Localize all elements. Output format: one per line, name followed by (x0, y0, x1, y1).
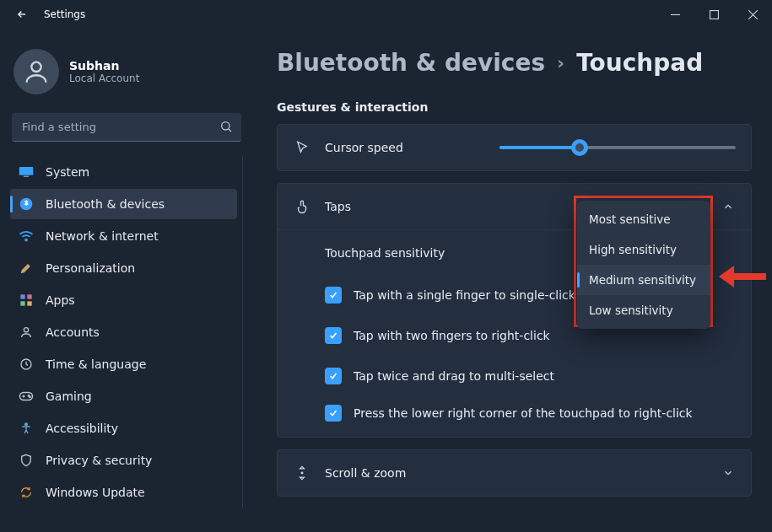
update-icon (19, 485, 34, 500)
shield-icon (19, 453, 34, 468)
breadcrumb: Bluetooth & devices › Touchpad (277, 49, 752, 77)
sensitivity-dropdown[interactable]: Most sensitive High sensitivity Medium s… (577, 201, 710, 329)
checkbox-checked-icon[interactable] (325, 405, 342, 422)
row-label: Scroll & zoom (325, 466, 406, 480)
search-icon (219, 120, 233, 133)
row-label: Touchpad sensitivity (325, 246, 445, 260)
option-label: Press the lower right corner of the touc… (354, 406, 693, 420)
search-input[interactable] (12, 113, 241, 142)
clock-icon (19, 357, 34, 372)
sidebar-item-label: Network & internet (46, 229, 159, 243)
svg-point-2 (222, 122, 229, 130)
nav-list: System Bluetooth & devices Network & int… (10, 157, 243, 508)
avatar (13, 49, 59, 94)
tap-option-row[interactable]: Tap twice and drag to multi-select (278, 356, 751, 396)
sidebar-item-privacy[interactable]: Privacy & security (10, 445, 237, 476)
bluetooth-icon (19, 196, 34, 212)
option-label: Tap with a single finger to single-click (354, 288, 575, 302)
sidebar-item-system[interactable]: System (10, 157, 237, 187)
sidebar-item-label: Gaming (46, 390, 92, 403)
sidebar-item-accounts[interactable]: Accounts (10, 317, 237, 347)
sidebar-item-update[interactable]: Windows Update (10, 477, 237, 508)
svg-point-17 (301, 472, 303, 474)
accessibility-icon (19, 421, 34, 436)
apps-icon (19, 293, 34, 308)
sidebar-item-label: Privacy & security (46, 454, 152, 467)
sidebar-item-gaming[interactable]: Gaming (10, 381, 237, 411)
profile-name: Subhan (69, 59, 139, 73)
maximize-button[interactable] (694, 0, 733, 29)
cursor-icon (293, 140, 311, 155)
sidebar-item-label: Bluetooth & devices (46, 197, 165, 211)
sidebar-item-label: Apps (46, 293, 75, 307)
section-heading: Gestures & interaction (277, 100, 752, 114)
sidebar-item-label: Accounts (46, 325, 100, 339)
chevron-down-icon (721, 465, 736, 481)
back-button[interactable] (13, 6, 30, 23)
slider-thumb[interactable] (571, 139, 588, 156)
checkbox-checked-icon[interactable] (325, 327, 342, 344)
sidebar-item-label: Time & language (46, 357, 146, 371)
svg-point-16 (25, 423, 28, 426)
minimize-button[interactable] (656, 0, 694, 29)
dropdown-option-selected[interactable]: Medium sensitivity (577, 265, 710, 295)
profile-sub: Local Account (69, 73, 139, 84)
chevron-up-icon (721, 199, 736, 214)
gaming-icon (19, 389, 34, 404)
sidebar-item-personalization[interactable]: Personalization (10, 253, 237, 283)
cursor-speed-slider[interactable] (499, 146, 736, 149)
checkbox-checked-icon[interactable] (325, 368, 342, 384)
sidebar-item-time[interactable]: Time & language (10, 349, 237, 379)
tap-option-row[interactable]: Press the lower right corner of the touc… (278, 396, 751, 437)
cursor-speed-row: Cursor speed (278, 125, 751, 170)
row-label: Taps (325, 200, 351, 213)
wifi-icon (19, 228, 34, 244)
tap-icon (293, 199, 311, 214)
search-box[interactable] (12, 113, 241, 142)
svg-rect-8 (27, 294, 31, 298)
sidebar-item-network[interactable]: Network & internet (10, 221, 237, 251)
svg-point-6 (25, 239, 27, 240)
sidebar-item-label: System (46, 165, 89, 179)
row-label: Cursor speed (325, 141, 403, 154)
sidebar-item-label: Personalization (46, 261, 135, 275)
sidebar-item-label: Accessibility (46, 422, 118, 435)
chevron-right-icon: › (557, 52, 564, 73)
option-label: Tap twice and drag to multi-select (354, 369, 554, 383)
close-button[interactable] (733, 0, 772, 29)
scroll-zoom-row[interactable]: Scroll & zoom (278, 450, 751, 496)
checkbox-checked-icon[interactable] (325, 287, 342, 304)
sidebar-item-apps[interactable]: Apps (10, 285, 237, 315)
sidebar-item-label: Windows Update (46, 486, 145, 499)
brush-icon (19, 261, 34, 276)
svg-rect-3 (19, 167, 34, 175)
scroll-zoom-card: Scroll & zoom (277, 449, 752, 497)
profile-block[interactable]: Subhan Local Account (10, 44, 243, 113)
option-label: Tap with two fingers to right-click (354, 329, 550, 342)
dropdown-option[interactable]: Low sensitivity (577, 295, 710, 325)
sidebar: Subhan Local Account System Bluetooth & … (0, 29, 253, 532)
svg-rect-10 (27, 301, 31, 305)
window-title: Settings (44, 8, 85, 20)
svg-rect-0 (710, 10, 718, 19)
svg-rect-7 (20, 294, 24, 298)
svg-point-15 (30, 396, 31, 398)
dropdown-option[interactable]: Most sensitive (577, 204, 710, 234)
sidebar-item-bluetooth[interactable]: Bluetooth & devices (10, 189, 237, 219)
monitor-icon (19, 164, 34, 180)
svg-rect-4 (24, 176, 29, 178)
page-title: Touchpad (576, 49, 703, 77)
svg-point-11 (24, 328, 28, 332)
scroll-icon (293, 465, 311, 481)
titlebar: Settings (0, 0, 772, 29)
dropdown-option[interactable]: High sensitivity (577, 234, 710, 265)
breadcrumb-parent[interactable]: Bluetooth & devices (277, 49, 545, 77)
person-icon (19, 325, 34, 340)
cursor-speed-card: Cursor speed (277, 124, 752, 171)
svg-point-1 (31, 62, 40, 72)
sidebar-item-accessibility[interactable]: Accessibility (10, 413, 237, 443)
svg-rect-9 (20, 301, 24, 305)
